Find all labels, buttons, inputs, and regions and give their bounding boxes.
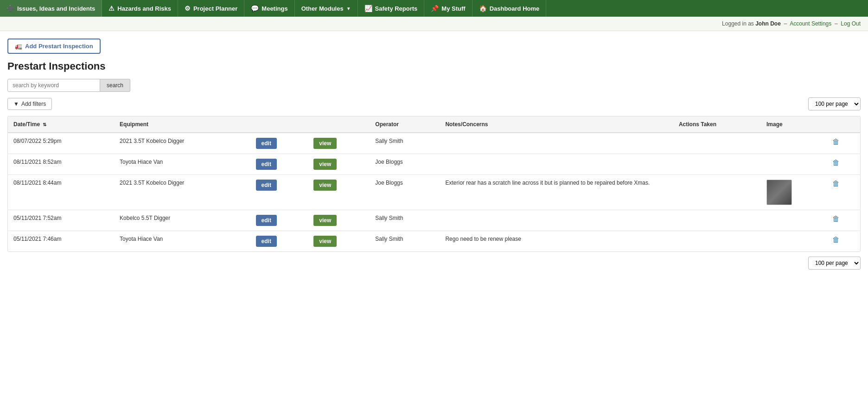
view-button[interactable]: view bbox=[313, 138, 337, 149]
search-button[interactable]: search bbox=[100, 79, 130, 92]
view-button[interactable]: view bbox=[313, 215, 337, 226]
nav-item-my-stuff[interactable]: 📌 My Stuff bbox=[424, 0, 472, 17]
sort-icon: ⇅ bbox=[43, 122, 46, 127]
nav-item-dashboard-home[interactable]: 🏠 Dashboard Home bbox=[472, 0, 547, 17]
nav-bar: ➕ Issues, Ideas and Incidents ⚠ Hazards … bbox=[0, 0, 868, 17]
edit-button[interactable]: edit bbox=[256, 138, 277, 149]
account-settings-link[interactable]: Account Settings bbox=[790, 20, 831, 27]
inspections-table: Date/Time ⇅ Equipment Operator Notes/Con… bbox=[7, 116, 861, 252]
cell-notes: Exterior rear has a scratch line across … bbox=[440, 175, 673, 210]
table-row: 08/07/2022 5:29pm2021 3.5T Kobelco Digge… bbox=[8, 133, 860, 154]
col-delete bbox=[827, 116, 860, 133]
col-notes: Notes/Concerns bbox=[440, 116, 673, 133]
cell-actions bbox=[673, 175, 761, 210]
cell-operator: Sally Smith bbox=[370, 133, 440, 154]
table-row: 05/11/2021 7:46amToyota Hiace Vaneditvie… bbox=[8, 231, 860, 252]
logout-link[interactable]: Log Out bbox=[841, 20, 861, 27]
nav-item-project-planner-label: Project Planner bbox=[193, 5, 237, 12]
edit-button[interactable]: edit bbox=[256, 215, 277, 226]
cell-view: view bbox=[308, 154, 370, 175]
delete-icon[interactable]: 🗑 bbox=[832, 159, 840, 167]
nav-item-hazards-label: Hazards and Risks bbox=[117, 5, 171, 12]
nav-item-issues[interactable]: ➕ Issues, Ideas and Incidents bbox=[0, 0, 102, 17]
nav-item-other-modules-label: Other Modules bbox=[301, 5, 344, 12]
hazard-icon: ⚠ bbox=[108, 5, 115, 12]
pin-icon: 📌 bbox=[431, 5, 439, 12]
table-header-row: Date/Time ⇅ Equipment Operator Notes/Con… bbox=[8, 116, 860, 133]
col-datetime[interactable]: Date/Time ⇅ bbox=[8, 116, 114, 133]
cell-notes bbox=[440, 154, 673, 175]
cell-image bbox=[761, 133, 827, 154]
view-button[interactable]: view bbox=[313, 159, 337, 170]
cell-edit: edit bbox=[250, 210, 308, 231]
search-row: search bbox=[7, 79, 861, 92]
nav-item-issues-label: Issues, Ideas and Incidents bbox=[17, 5, 95, 12]
edit-button[interactable]: edit bbox=[256, 180, 277, 191]
nav-item-other-modules[interactable]: Other Modules ▼ bbox=[295, 0, 358, 17]
cell-view: view bbox=[308, 210, 370, 231]
cell-operator: Sally Smith bbox=[370, 210, 440, 231]
search-input[interactable] bbox=[7, 79, 100, 92]
cell-datetime: 08/11/2021 8:52am bbox=[8, 154, 114, 175]
cell-operator: Joe Bloggs bbox=[370, 154, 440, 175]
per-page-select-bottom[interactable]: 10 per page 25 per page 50 per page 100 … bbox=[808, 257, 861, 270]
cell-view: view bbox=[308, 133, 370, 154]
cell-edit: edit bbox=[250, 133, 308, 154]
delete-icon[interactable]: 🗑 bbox=[832, 215, 840, 223]
gear-icon: ⚙ bbox=[185, 5, 191, 12]
chart-icon: 📈 bbox=[364, 5, 372, 12]
bottom-bar: 10 per page 25 per page 50 per page 100 … bbox=[7, 252, 861, 271]
cell-edit: edit bbox=[250, 154, 308, 175]
col-operator: Operator bbox=[370, 116, 440, 133]
logged-in-text: Logged in as bbox=[722, 20, 754, 27]
nav-item-my-stuff-label: My Stuff bbox=[441, 5, 465, 12]
cell-edit: edit bbox=[250, 175, 308, 210]
per-page-selector-bottom: 10 per page 25 per page 50 per page 100 … bbox=[808, 257, 861, 270]
cell-equipment: 2021 3.5T Kobelco Digger bbox=[114, 133, 250, 154]
nav-item-meetings[interactable]: 💬 Meetings bbox=[244, 0, 294, 17]
cell-delete: 🗑 bbox=[827, 210, 860, 231]
cell-equipment: Toyota Hiace Van bbox=[114, 154, 250, 175]
add-prestart-inspection-button[interactable]: 🚛 Add Prestart Inspection bbox=[7, 39, 101, 54]
nav-item-safety-reports[interactable]: 📈 Safety Reports bbox=[358, 0, 425, 17]
col-edit bbox=[250, 116, 308, 133]
chevron-down-icon: ▼ bbox=[346, 6, 351, 11]
delete-icon[interactable]: 🗑 bbox=[832, 180, 840, 187]
table-row: 08/11/2021 8:52amToyota Hiace Vaneditvie… bbox=[8, 154, 860, 175]
table-row: 05/11/2021 7:52amKobelco 5.5T Diggeredit… bbox=[8, 210, 860, 231]
cell-delete: 🗑 bbox=[827, 231, 860, 252]
main-content: 🚛 Add Prestart Inspection Prestart Inspe… bbox=[0, 31, 868, 279]
cell-actions bbox=[673, 133, 761, 154]
nav-item-project-planner[interactable]: ⚙ Project Planner bbox=[178, 0, 244, 17]
cell-notes: Rego need to be renew please bbox=[440, 231, 673, 252]
cell-notes bbox=[440, 133, 673, 154]
filter-icon: ▼ bbox=[13, 101, 19, 107]
nav-item-dashboard-home-label: Dashboard Home bbox=[490, 5, 540, 12]
filters-row: ▼ Add filters 10 per page 25 per page 50… bbox=[7, 97, 861, 110]
nav-item-safety-reports-label: Safety Reports bbox=[375, 5, 418, 12]
home-icon: 🏠 bbox=[479, 5, 487, 12]
cell-edit: edit bbox=[250, 231, 308, 252]
view-button[interactable]: view bbox=[313, 236, 337, 247]
page-title: Prestart Inspections bbox=[7, 60, 861, 72]
per-page-select[interactable]: 10 per page 25 per page 50 per page 100 … bbox=[808, 97, 861, 110]
user-bar: Logged in as John Doe – Account Settings… bbox=[0, 17, 868, 31]
table-row: 08/11/2021 8:44am2021 3.5T Kobelco Digge… bbox=[8, 175, 860, 210]
cell-image bbox=[761, 210, 827, 231]
view-button[interactable]: view bbox=[313, 180, 337, 191]
cell-equipment: Toyota Hiace Van bbox=[114, 231, 250, 252]
delete-icon[interactable]: 🗑 bbox=[832, 236, 840, 244]
cell-datetime: 08/11/2021 8:44am bbox=[8, 175, 114, 210]
nav-item-hazards[interactable]: ⚠ Hazards and Risks bbox=[102, 0, 178, 17]
cell-operator: Joe Bloggs bbox=[370, 175, 440, 210]
cell-datetime: 05/11/2021 7:46am bbox=[8, 231, 114, 252]
cell-actions bbox=[673, 231, 761, 252]
cell-delete: 🗑 bbox=[827, 154, 860, 175]
cell-operator: Sally Smith bbox=[370, 231, 440, 252]
delete-icon[interactable]: 🗑 bbox=[832, 138, 840, 146]
add-filters-button[interactable]: ▼ Add filters bbox=[7, 98, 52, 110]
edit-button[interactable]: edit bbox=[256, 159, 277, 170]
edit-button[interactable]: edit bbox=[256, 236, 277, 247]
cell-image bbox=[761, 154, 827, 175]
image-thumbnail[interactable] bbox=[766, 180, 792, 205]
